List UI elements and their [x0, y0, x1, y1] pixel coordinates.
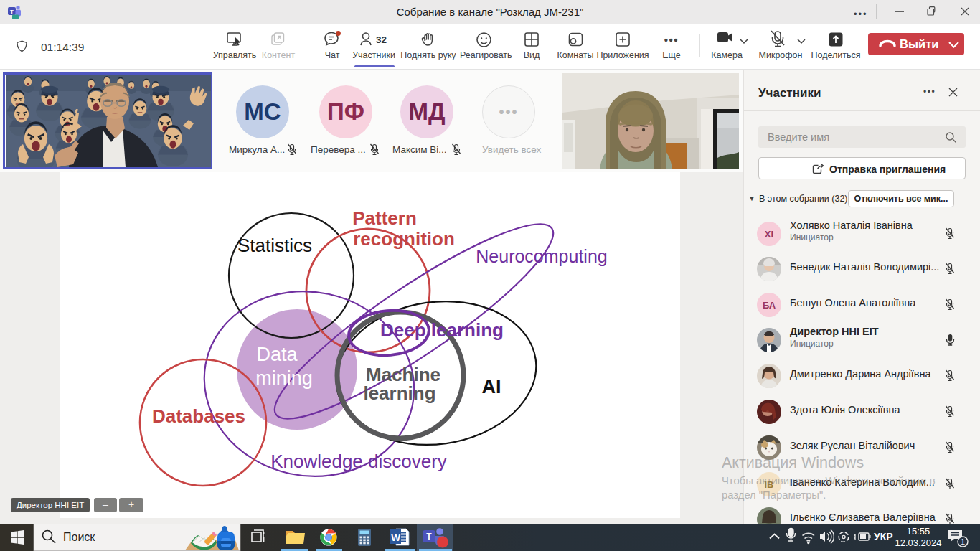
svg-text:Pattern: Pattern	[352, 207, 417, 229]
svg-text:Databases: Databases	[152, 405, 245, 427]
svg-text:Поиск: Поиск	[63, 531, 95, 543]
svg-text:W: W	[391, 532, 400, 543]
svg-text:Knowledge discovery: Knowledge discovery	[270, 451, 447, 472]
svg-text:Deep learning: Deep learning	[380, 319, 504, 341]
svg-text:УКР: УКР	[874, 531, 893, 542]
svg-text:mining: mining	[255, 367, 313, 389]
svg-text:12.03.2024: 12.03.2024	[895, 537, 941, 548]
svg-text:Neurocomputing: Neurocomputing	[476, 246, 607, 266]
svg-text:Data: Data	[256, 344, 298, 365]
svg-text:32: 32	[376, 34, 387, 45]
svg-text:AI: AI	[482, 376, 501, 397]
svg-text:recognition: recognition	[353, 228, 455, 250]
svg-text:Statistics: Statistics	[237, 235, 312, 256]
svg-text:1: 1	[961, 537, 965, 546]
svg-text:learning: learning	[363, 382, 435, 404]
svg-text:15:55: 15:55	[907, 526, 930, 537]
svg-text:T: T	[426, 532, 432, 542]
